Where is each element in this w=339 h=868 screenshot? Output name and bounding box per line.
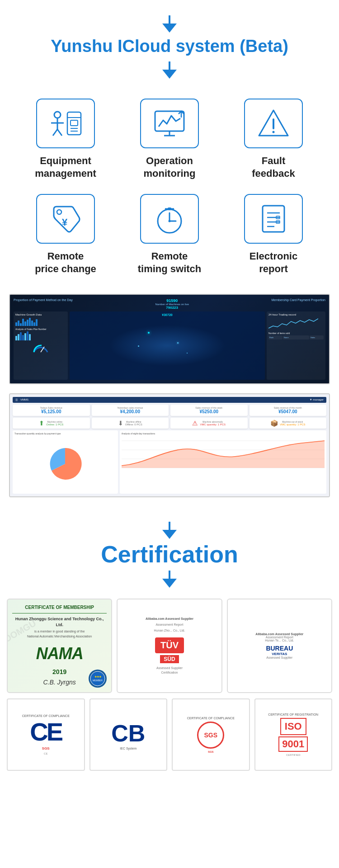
- cert-row-2: CERTIFICATE OF COMPLIANCE CE SGS CE CB I…: [7, 698, 332, 771]
- ce-sgs-badge: SGS: [42, 746, 50, 750]
- stat3-val: ¥5250.00: [172, 409, 246, 414]
- svg-line-4: [57, 129, 62, 136]
- svg-point-37: [90, 671, 105, 686]
- ce-cert-type: CERTIFICATE OF COMPLIANCE: [22, 714, 70, 717]
- monitor-icon: [151, 108, 188, 139]
- feature-equipment-management: Equipmentmanagement: [16, 99, 115, 180]
- dark-big-number1: 91590: [166, 298, 178, 303]
- ce-logo: CE: [30, 719, 61, 745]
- fault-icon: [255, 108, 292, 139]
- sgs-label: SGS: [204, 731, 217, 739]
- sgs-circle: SGS: [197, 722, 224, 749]
- timing-label: Remotetiming switch: [138, 250, 202, 276]
- report-icon: [255, 203, 292, 235]
- report-label: Electronicreport: [250, 250, 297, 276]
- timer-icon: [151, 203, 188, 235]
- tuv-report: Assessment Report: [155, 623, 183, 626]
- price-icon: ¥: [47, 203, 84, 235]
- svg-rect-25: [263, 206, 284, 232]
- iso-logo: ISO: [280, 718, 306, 735]
- equipment-icon: [47, 108, 84, 139]
- area-chart: [122, 436, 325, 472]
- iso-sub: CERTIFIED: [286, 754, 301, 756]
- header-section: Yunshu ICloud system (Beta): [0, 0, 339, 85]
- stat1-val: ¥5,125.00: [14, 409, 88, 414]
- svg-point-0: [54, 112, 61, 118]
- svg-point-17: [57, 210, 61, 214]
- certs-grid: ZOOMGU CERTIFICATE OF MEMBERSHIP Hunan Z…: [0, 594, 339, 780]
- price-icon-box: ¥: [36, 194, 95, 244]
- stat7-val: VMC quantity: 1 PCS: [200, 423, 226, 426]
- bv-logo: BUREAU: [266, 645, 293, 652]
- cb-certificate: CB IEC System: [89, 698, 168, 771]
- nama-cert-content: CERTIFICATE OF MEMBERSHIP Hunan Zhonggu …: [12, 604, 107, 677]
- feature-electronic-report: Electronicreport: [224, 194, 323, 276]
- tuv-title: Alibaba.com Assessed Supplier: [146, 617, 193, 620]
- fault-label: Faultfeedback: [252, 155, 295, 180]
- cb-iec-text: IEC System: [120, 747, 137, 750]
- bv-report: Assessment Report: [266, 636, 293, 639]
- sgs-sub: SGS: [208, 750, 214, 753]
- nama-org: Hunan Zhonggu Science and Technology Co.…: [12, 616, 107, 627]
- stat6-val: Offline: 0 PCS: [125, 423, 142, 426]
- stat5-val: Online: 1 PCS: [46, 423, 63, 426]
- svg-rect-10: [155, 111, 184, 131]
- iso-certificate: CERTIFICATE OF REGISTRATION ISO 9001 CER…: [254, 698, 333, 771]
- equipment-icon-box: [36, 99, 95, 148]
- feature-remote-timing-switch: Remotetiming switch: [120, 194, 219, 276]
- bv-title: Alibaba.com Assessed Supplier: [255, 632, 303, 636]
- stat2-val: ¥4,200.00: [94, 409, 167, 414]
- bv-logo-box: BUREAU VERITAS: [266, 645, 293, 656]
- report-icon-box: [244, 194, 303, 244]
- equipment-label: Equipmentmanagement: [35, 155, 96, 180]
- cb-logo: CB: [111, 722, 145, 745]
- nama-logo: NAMA: [12, 641, 107, 667]
- feature-remote-price-change: ¥ Remoteprice change: [16, 194, 115, 276]
- cert-seal: ★★★ MEMBER: [89, 670, 107, 688]
- iso-box: ISO 9001: [278, 718, 308, 752]
- tuv-sud: SÜD: [160, 655, 179, 663]
- svg-point-16: [273, 131, 275, 133]
- feature-fault-feedback: Faultfeedback: [224, 99, 323, 180]
- tuv-logo: TÜV: [155, 637, 184, 653]
- chart2-title: Analysis of eight-day transactions: [122, 432, 325, 435]
- nama-certificate: ZOOMGU CERTIFICATE OF MEMBERSHIP Hunan Z…: [7, 599, 112, 693]
- tuv-certificate: Alibaba.com Assessed Supplier Assessment…: [117, 599, 222, 693]
- svg-point-24: [169, 220, 171, 222]
- certification-section: Certification: [0, 511, 339, 594]
- sgs-certificate: CERTIFICATE OF COMPLIANCE SGS SGS: [172, 698, 250, 771]
- svg-text:MEMBER: MEMBER: [93, 679, 103, 682]
- dark-big-number2: 790223: [166, 306, 178, 310]
- nama-header: CERTIFICATE OF MEMBERSHIP: [12, 604, 107, 613]
- pie-chart: [47, 446, 83, 482]
- iso-number: 9001: [278, 736, 308, 752]
- iso-cert-type: CERTIFICATE OF REGISTRATION: [268, 713, 318, 716]
- bv-sub: VERITAS: [266, 652, 293, 656]
- cert-signature: C.B. Jyrgns: [43, 679, 75, 686]
- svg-text:¥: ¥: [62, 217, 68, 228]
- chart1-title: Transaction quantity analysis by payment…: [14, 432, 116, 435]
- ce-certificate: CERTIFICATE OF COMPLIANCE CE SGS CE: [7, 698, 85, 771]
- bv-certificate: Alibaba.com Assessed Supplier Assessment…: [227, 599, 332, 693]
- feature-operation-monitoring: Operationmonitoring: [120, 99, 219, 180]
- monitoring-label: Operationmonitoring: [144, 155, 196, 180]
- tuv-text: Assessed SupplierCertification: [156, 666, 183, 675]
- svg-line-3: [53, 129, 57, 136]
- bv-text: Assessed Supplier: [266, 656, 292, 659]
- cert-row-1: ZOOMGU CERTIFICATE OF MEMBERSHIP Hunan Z…: [7, 599, 332, 693]
- price-label: Remoteprice change: [35, 250, 96, 276]
- dash-light-header: ☰ VMMS ▼ manager: [13, 397, 326, 403]
- features-grid: Equipmentmanagement Operationmonitoring: [0, 85, 339, 289]
- stat4-val: ¥5047.00: [251, 409, 325, 414]
- fault-icon-box: [244, 99, 303, 148]
- stat8-val: VMC quantity: 1 PCS: [280, 423, 306, 426]
- monitor-icon-box: [140, 99, 199, 148]
- dashboard-light-image: ☰ VMMS ▼ manager Todays Sales revenue ¥5…: [9, 393, 330, 497]
- dashboard-dark-image: Proportion of Payment Method on the Day …: [9, 294, 330, 384]
- sgs-cert-type: CERTIFICATE OF COMPLIANCE: [187, 717, 235, 720]
- cert-title: Certification: [9, 541, 330, 568]
- timer-icon-box: [140, 194, 199, 244]
- svg-text:★★★: ★★★: [94, 675, 102, 678]
- dashboard-dark-section: Proportion of Payment Method on the Day …: [0, 289, 339, 511]
- dark-amount: ¥30720: [70, 313, 265, 316]
